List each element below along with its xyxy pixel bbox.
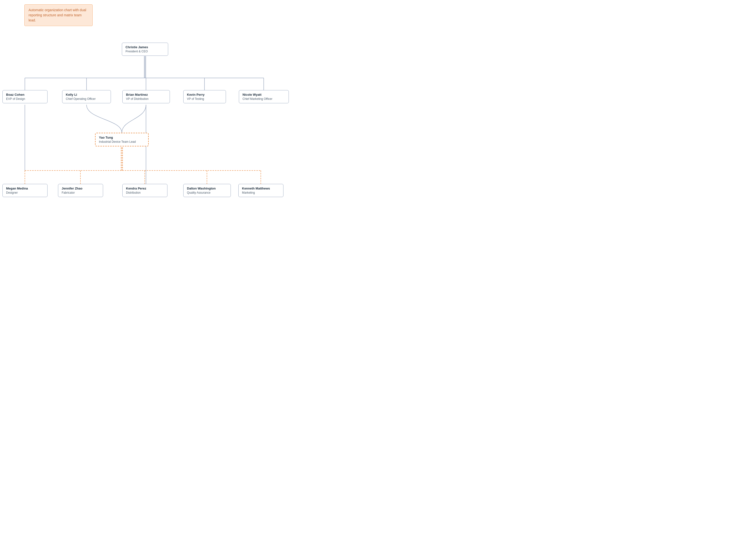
- nicole-name: Nicole Wyatt: [242, 93, 285, 97]
- ceo-title: President & CEO: [126, 50, 164, 53]
- node-ceo[interactable]: Christie James President & CEO: [122, 43, 168, 56]
- kelly-title: Chief Operating Officer: [66, 97, 107, 101]
- node-kelly[interactable]: Kelly Li Chief Operating Officer: [62, 90, 111, 103]
- yao-title: Industrial Device Team Lead: [99, 140, 145, 143]
- node-jennifer[interactable]: Jennifer Zhao Fabricator: [58, 184, 103, 197]
- kendra-title: Distribution: [126, 191, 164, 194]
- kendra-name: Kendra Perez: [126, 187, 164, 190]
- node-kendra[interactable]: Kendra Perez Distribution: [122, 184, 168, 197]
- node-yao[interactable]: Yao Tung Industrial Device Team Lead: [95, 133, 149, 146]
- node-kenneth[interactable]: Kenneth Matthews Marketing: [238, 184, 283, 197]
- megan-title: Designer: [6, 191, 44, 194]
- boaz-name: Boaz Cohen: [6, 93, 44, 97]
- node-nicole[interactable]: Nicole Wyatt Chief Marketing Officer: [239, 90, 289, 103]
- node-megan[interactable]: Megan Medina Designer: [2, 184, 48, 197]
- dalton-name: Dalton Washington: [187, 187, 227, 190]
- nicole-title: Chief Marketing Officer: [242, 97, 285, 101]
- node-kevin[interactable]: Kevin Perry VP of Testing: [183, 90, 226, 103]
- kelly-name: Kelly Li: [66, 93, 107, 97]
- brian-title: VP of Distribution: [126, 97, 166, 101]
- dalton-title: Quality Assurance: [187, 191, 227, 194]
- brian-name: Brian Martinez: [126, 93, 166, 97]
- boaz-title: EVP of Design: [6, 97, 44, 101]
- node-brian[interactable]: Brian Martinez VP of Distribution: [122, 90, 170, 103]
- kevin-name: Kevin Perry: [187, 93, 222, 97]
- kevin-title: VP of Testing: [187, 97, 222, 101]
- ceo-name: Christie James: [126, 45, 164, 49]
- jennifer-title: Fabricator: [62, 191, 99, 194]
- kenneth-name: Kenneth Matthews: [242, 187, 280, 190]
- org-chart: Christie James President & CEO Boaz Cohe…: [0, 0, 292, 219]
- jennifer-name: Jennifer Zhao: [62, 187, 99, 190]
- kenneth-title: Marketing: [242, 191, 280, 194]
- megan-name: Megan Medina: [6, 187, 44, 190]
- node-dalton[interactable]: Dalton Washington Quality Assurance: [183, 184, 231, 197]
- yao-name: Yao Tung: [99, 136, 145, 139]
- node-boaz[interactable]: Boaz Cohen EVP of Design: [2, 90, 48, 103]
